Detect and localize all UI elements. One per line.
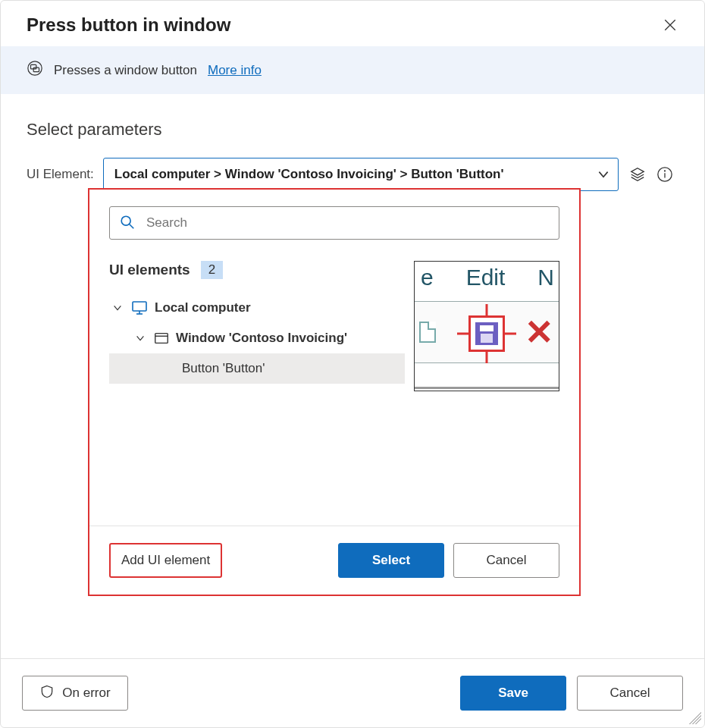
ui-element-value: Local computer > Window 'Contoso Invoici… <box>114 167 504 182</box>
chevron-down-icon <box>112 302 124 314</box>
more-info-link[interactable]: More info <box>208 63 262 78</box>
popover-cancel-button[interactable]: Cancel <box>453 543 559 578</box>
ui-element-label: UI Element: <box>27 167 94 182</box>
dialog-body: Select parameters UI Element: Local comp… <box>1 94 704 658</box>
document-icon <box>419 322 436 343</box>
shield-icon <box>39 684 55 703</box>
ui-element-parameter-row: UI Element: Local computer > Window 'Con… <box>27 158 678 191</box>
tree-node-window[interactable]: Window 'Contoso Invoicing' <box>109 323 405 353</box>
thumb-menu-char: N <box>537 265 554 290</box>
svg-point-0 <box>28 61 42 75</box>
search-box[interactable] <box>109 206 559 240</box>
info-bar: Presses a window button More info <box>1 46 704 94</box>
section-title: Select parameters <box>27 120 678 140</box>
svg-point-5 <box>664 171 665 171</box>
close-icon[interactable] <box>662 17 678 33</box>
add-ui-element-button[interactable]: Add UI element <box>109 543 222 578</box>
ui-elements-tree: Local computer Window 'Contoso <box>109 293 405 384</box>
window-icon <box>153 330 170 347</box>
tree-node-label: Local computer <box>155 300 251 315</box>
svg-rect-8 <box>133 302 146 311</box>
tree-node-button[interactable]: Button 'Button' <box>109 353 405 384</box>
ui-element-dropdown[interactable]: Local computer > Window 'Contoso Invoici… <box>103 158 619 191</box>
info-text: Presses a window button <box>54 63 197 78</box>
on-error-button[interactable]: On error <box>22 676 128 711</box>
ui-elements-title: UI elements <box>109 262 190 278</box>
delete-icon: ✕ <box>525 315 554 350</box>
element-preview-thumbnail: e Edit N ✕ <box>414 261 559 391</box>
computer-icon <box>130 299 149 317</box>
popover-footer: Add UI element Select Cancel <box>89 526 579 595</box>
save-button[interactable]: Save <box>460 676 566 711</box>
tree-node-label: Window 'Contoso Invoicing' <box>176 331 347 346</box>
layers-icon[interactable] <box>628 165 647 184</box>
thumb-menu-edit: Edit <box>466 265 506 290</box>
svg-line-7 <box>130 224 134 228</box>
search-input[interactable] <box>145 215 559 231</box>
chevron-down-icon <box>135 332 147 344</box>
select-button[interactable]: Select <box>338 543 444 578</box>
resize-grip-icon[interactable] <box>689 712 701 724</box>
ui-elements-count: 2 <box>201 261 223 279</box>
ui-element-picker-popover: UI elements 2 <box>88 188 581 596</box>
save-disk-icon <box>475 322 498 345</box>
press-button-in-window-dialog: Press button in window Presses a window … <box>0 0 705 728</box>
dialog-title: Press button in window <box>27 14 230 36</box>
target-crosshair-icon <box>457 304 516 363</box>
tree-node-local-computer[interactable]: Local computer <box>109 293 405 323</box>
dialog-footer: On error Save Cancel <box>1 658 704 727</box>
chevron-down-icon <box>597 168 610 181</box>
action-icon <box>27 60 43 80</box>
dialog-cancel-button[interactable]: Cancel <box>577 676 683 711</box>
svg-rect-11 <box>155 334 168 344</box>
info-icon[interactable] <box>655 165 675 184</box>
search-icon <box>119 214 136 233</box>
dialog-header: Press button in window <box>1 1 704 46</box>
thumb-menu-char: e <box>421 265 434 290</box>
tree-node-label: Button 'Button' <box>182 361 265 376</box>
svg-point-6 <box>121 216 130 225</box>
on-error-label: On error <box>62 686 110 701</box>
